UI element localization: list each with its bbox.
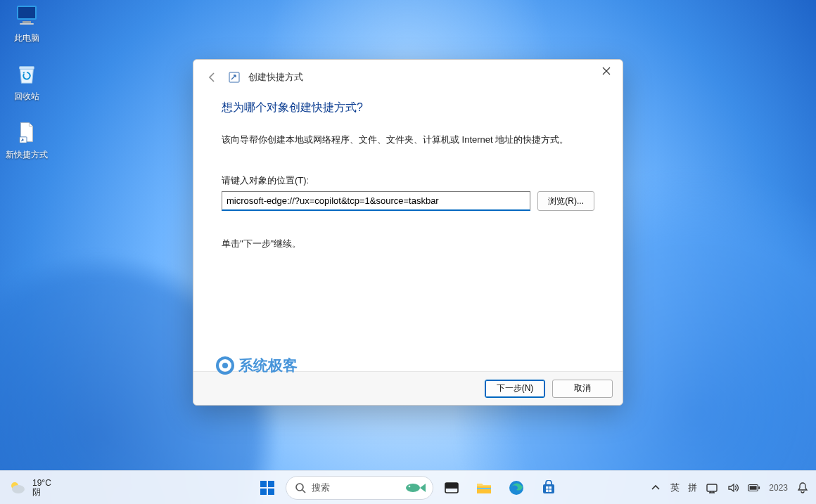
dialog-hint: 单击"下一步"继续。 — [222, 238, 594, 250]
back-button[interactable] — [205, 70, 220, 85]
search-highlight-icon — [403, 481, 427, 495]
store-button[interactable] — [535, 474, 563, 502]
dialog-body: 想为哪个对象创建快捷方式? 该向导帮你创建本地或网络程序、文件、文件夹、计算机或… — [193, 85, 623, 371]
ime-mode[interactable]: 拼 — [688, 482, 697, 494]
browse-button[interactable]: 浏览(R)... — [537, 191, 594, 211]
svg-rect-29 — [750, 486, 757, 489]
svg-rect-17 — [445, 483, 458, 489]
search-icon — [295, 482, 306, 493]
bell-icon — [796, 482, 809, 494]
svg-rect-23 — [549, 486, 552, 489]
watermark-text: 系统极客 — [238, 356, 298, 375]
weather-temp: 19°C — [32, 479, 51, 488]
windows-icon — [259, 479, 276, 496]
location-label: 请键入对象的位置(T): — [222, 174, 594, 187]
svg-rect-12 — [268, 489, 274, 495]
taskbar-tray: 英 拼 2023 — [649, 482, 809, 494]
svg-rect-11 — [260, 489, 267, 495]
watermark: 系统极客 — [216, 356, 298, 375]
svg-rect-25 — [549, 489, 552, 492]
edge-icon — [508, 479, 525, 496]
next-button[interactable]: 下一步(N) — [485, 380, 545, 398]
blank-file-icon — [13, 118, 41, 146]
location-input[interactable] — [222, 191, 530, 211]
store-icon — [541, 480, 556, 496]
taskbar-search[interactable]: 搜索 — [286, 476, 433, 500]
desktop-icon-label: 新快捷方式 — [0, 149, 53, 161]
svg-rect-19 — [477, 488, 491, 489]
recycle-bin-icon — [13, 60, 41, 88]
network-button[interactable] — [706, 482, 718, 494]
task-view-icon — [444, 480, 459, 496]
svg-point-13 — [296, 484, 303, 491]
tray-year[interactable]: 2023 — [769, 483, 788, 493]
svg-point-14 — [406, 484, 420, 492]
dialog-footer: 下一步(N) 取消 — [193, 371, 623, 405]
network-icon — [706, 482, 718, 494]
ime-language[interactable]: 英 — [670, 482, 680, 494]
battery-icon — [748, 483, 760, 493]
desktop-icon-recycle-bin[interactable]: 回收站 — [0, 60, 53, 103]
notifications-button[interactable] — [796, 482, 809, 494]
dialog-title: 创建快捷方式 — [248, 71, 303, 84]
search-placeholder: 搜索 — [312, 482, 330, 494]
taskbar: 19°C 阴 搜索 — [0, 470, 816, 504]
desktop-icon-label: 回收站 — [0, 91, 53, 103]
watermark-icon — [216, 356, 234, 375]
cancel-button[interactable]: 取消 — [552, 380, 613, 398]
svg-rect-10 — [268, 481, 274, 487]
taskbar-weather[interactable]: 19°C 阴 — [8, 479, 51, 497]
svg-rect-1 — [18, 7, 35, 18]
desktop-icon-new-shortcut[interactable]: 新快捷方式 — [0, 118, 53, 161]
desktop-icon-this-pc[interactable]: 此电脑 — [0, 1, 53, 44]
start-button[interactable] — [253, 474, 281, 502]
svg-rect-22 — [546, 486, 549, 489]
arrow-left-icon — [207, 72, 218, 83]
monitor-icon — [13, 1, 41, 30]
svg-rect-6 — [229, 72, 239, 82]
close-button[interactable] — [590, 60, 623, 82]
svg-rect-18 — [477, 486, 491, 493]
svg-rect-3 — [20, 23, 34, 25]
weather-text: 19°C 阴 — [32, 479, 51, 497]
task-view-button[interactable] — [438, 474, 466, 502]
folder-icon — [476, 479, 492, 496]
taskbar-center: 搜索 — [253, 474, 563, 502]
svg-rect-2 — [23, 21, 31, 23]
svg-rect-24 — [546, 489, 549, 492]
svg-rect-21 — [543, 484, 554, 493]
volume-button[interactable] — [727, 482, 739, 494]
file-explorer-button[interactable] — [470, 474, 498, 502]
desktop-icon-label: 此电脑 — [0, 32, 53, 44]
svg-rect-4 — [20, 67, 34, 70]
dialog-description: 该向导帮你创建本地或网络程序、文件、文件夹、计算机或 Internet 地址的快… — [222, 134, 594, 146]
create-shortcut-dialog: 创建快捷方式 想为哪个对象创建快捷方式? 该向导帮你创建本地或网络程序、文件、文… — [193, 59, 623, 406]
battery-button[interactable] — [748, 482, 760, 494]
close-icon — [602, 67, 611, 75]
dialog-header: 创建快捷方式 — [193, 60, 623, 85]
tray-overflow-button[interactable] — [649, 482, 662, 494]
edge-button[interactable] — [502, 474, 530, 502]
weather-cond: 阴 — [32, 488, 51, 497]
svg-point-8 — [12, 485, 25, 493]
dialog-question: 想为哪个对象创建快捷方式? — [222, 101, 594, 115]
chevron-up-icon — [651, 483, 661, 493]
shortcut-icon — [229, 72, 240, 83]
svg-rect-28 — [759, 486, 760, 489]
weather-icon — [8, 479, 27, 497]
svg-point-15 — [409, 485, 411, 487]
svg-rect-9 — [260, 481, 267, 487]
volume-icon — [727, 482, 739, 494]
svg-rect-26 — [707, 484, 717, 491]
